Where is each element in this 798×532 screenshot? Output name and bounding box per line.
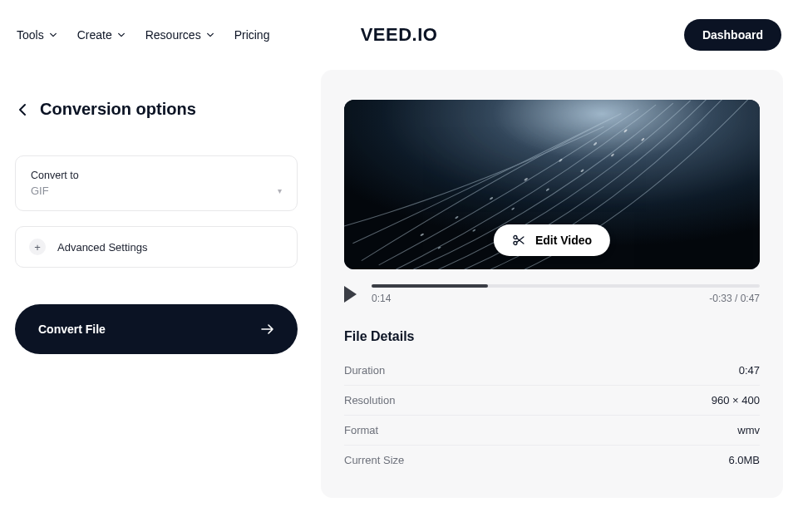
convert-to-label: Convert to — [31, 170, 282, 181]
detail-key: Format — [344, 424, 378, 436]
video-preview: Edit Video — [344, 100, 760, 269]
advanced-settings-label: Advanced Settings — [57, 241, 147, 254]
detail-value: 0:47 — [739, 364, 760, 377]
detail-row-size: Current Size 6.0MB — [344, 446, 760, 475]
nav-pricing[interactable]: Pricing — [234, 28, 270, 42]
detail-row-format: Format wmv — [344, 416, 760, 446]
page-title: Conversion options — [40, 100, 196, 119]
back-arrow-icon[interactable] — [15, 102, 30, 117]
nav-create[interactable]: Create — [77, 28, 126, 42]
nav-tools[interactable]: Tools — [17, 28, 57, 42]
main: Conversion options Convert to GIF ▾ + Ad… — [0, 70, 798, 498]
detail-value: 960 × 400 — [712, 394, 760, 406]
time-current: 0:14 — [372, 293, 391, 304]
arrow-right-icon — [261, 324, 274, 334]
logo: VEED.IO — [361, 24, 438, 46]
player-controls: 0:14 -0:33 / 0:47 — [344, 284, 760, 304]
edit-video-button[interactable]: Edit Video — [494, 224, 610, 256]
top-nav: Tools Create Resources Pricing — [17, 28, 269, 42]
chevron-down-icon — [49, 31, 57, 39]
detail-row-duration: Duration 0:47 — [344, 356, 760, 386]
convert-button-label: Convert File — [38, 323, 106, 336]
back-row: Conversion options — [15, 100, 298, 119]
nav-resources[interactable]: Resources — [145, 28, 214, 42]
plus-icon[interactable]: + — [29, 239, 46, 255]
detail-value: 6.0MB — [728, 454, 760, 466]
left-panel: Conversion options Convert to GIF ▾ + Ad… — [15, 70, 298, 498]
scissors-icon — [512, 234, 525, 247]
nav-pricing-label: Pricing — [234, 28, 270, 42]
chevron-down-icon: ▾ — [278, 186, 282, 195]
time-row: 0:14 -0:33 / 0:47 — [372, 293, 760, 304]
file-details-title: File Details — [344, 329, 760, 344]
convert-file-button[interactable]: Convert File — [15, 304, 298, 354]
detail-key: Resolution — [344, 394, 395, 406]
seek-slider[interactable] — [372, 284, 760, 288]
time-remaining-total: -0:33 / 0:47 — [709, 293, 760, 304]
chevron-down-icon — [206, 31, 214, 39]
nav-resources-label: Resources — [145, 28, 201, 42]
detail-value: wmv — [737, 424, 760, 436]
convert-to-select[interactable]: GIF ▾ — [31, 185, 282, 197]
nav-tools-label: Tools — [17, 28, 44, 42]
chevron-down-icon — [117, 31, 126, 39]
dashboard-button[interactable]: Dashboard — [684, 19, 781, 51]
convert-to-card[interactable]: Convert to GIF ▾ — [15, 155, 298, 211]
detail-key: Current Size — [344, 454, 404, 466]
convert-to-value: GIF — [31, 185, 49, 197]
seek-slider-progress — [372, 284, 488, 288]
detail-row-resolution: Resolution 960 × 400 — [344, 386, 760, 416]
play-icon[interactable] — [344, 286, 357, 303]
right-panel: Edit Video 0:14 -0:33 / 0:47 File Detail… — [321, 70, 783, 498]
nav-create-label: Create — [77, 28, 112, 42]
edit-video-label: Edit Video — [535, 234, 592, 247]
detail-key: Duration — [344, 364, 385, 377]
advanced-settings-card[interactable]: + Advanced Settings — [15, 226, 298, 268]
topbar: Tools Create Resources Pricing VEED.IO D… — [0, 0, 798, 70]
